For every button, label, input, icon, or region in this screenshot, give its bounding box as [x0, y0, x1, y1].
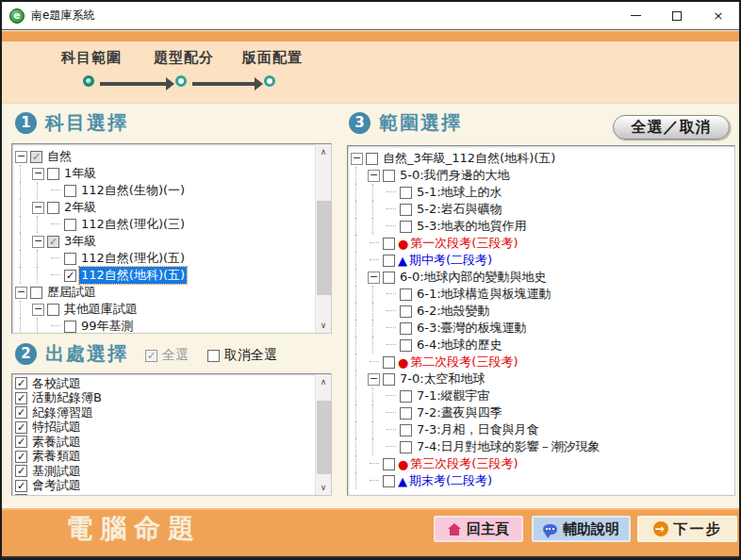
subject-tree-row[interactable]: −✓自然 [12, 148, 315, 165]
range-tree-row[interactable]: 7-4:日月對地球的影響－潮汐現象 [348, 438, 734, 455]
toggle-all-button[interactable]: 全選／取消 [613, 115, 730, 140]
tree-checkbox[interactable] [47, 202, 59, 214]
source-item-checkbox[interactable]: ✓ [15, 406, 27, 419]
source-list-item[interactable]: ✓紀錄簿習題 [12, 405, 315, 420]
tree-checkbox[interactable] [400, 322, 412, 335]
range-tree-row[interactable]: −7-0:太空和地球 [348, 371, 734, 387]
subject-tree-row[interactable]: ✓112自然(地科)(五) [12, 267, 315, 284]
help-button[interactable]: 輔助說明 [532, 516, 631, 542]
step-circle-2[interactable] [175, 75, 187, 87]
tree-item-label[interactable]: 自然_3年級_112自然(地科)(五) [381, 150, 557, 167]
tree-checkbox[interactable] [64, 185, 76, 197]
range-tree-row[interactable]: 6-2:地殼變動 [348, 303, 734, 320]
tree-item-label[interactable]: 第三次段考(三段考) [408, 455, 519, 472]
tree-item-label[interactable]: 5-2:岩石與礦物 [415, 201, 504, 218]
source-item-checkbox[interactable]: ✓ [15, 392, 27, 404]
next-step-button[interactable]: → 下一步 [637, 516, 737, 542]
tree-item-label[interactable]: 6-4:地球的歷史 [415, 337, 504, 354]
range-tree-row[interactable]: −5-0:我們身邊的大地 [348, 167, 734, 184]
source-item-checkbox[interactable]: ✓ [15, 421, 27, 434]
subject-tree-row[interactable]: 112自然(理化)(五) [12, 250, 315, 267]
range-tree-row[interactable]: ●第三次段考(三段考) [348, 455, 734, 472]
expand-collapse-icon[interactable]: − [32, 168, 44, 180]
tree-item-label[interactable]: 112自然(理化)(三) [79, 216, 187, 233]
tree-checkbox[interactable] [383, 170, 395, 182]
tree-checkbox[interactable] [47, 304, 59, 316]
subject-tree-row[interactable]: −其他題庫試題 [12, 301, 315, 318]
tree-item-label[interactable]: 第二次段考(三段考) [408, 354, 519, 371]
range-tree-row[interactable]: 5-3:地表的地質作用 [348, 218, 734, 235]
tree-checkbox[interactable]: ✓ [30, 151, 42, 163]
tree-checkbox[interactable] [400, 288, 412, 301]
range-tree-row[interactable]: 6-3:臺灣的板塊運動 [348, 320, 734, 337]
range-tree-row[interactable]: 7-1:縱觀宇宙 [348, 387, 734, 404]
expand-collapse-icon[interactable]: − [32, 304, 44, 316]
tree-item-label[interactable]: 期末考(二段考) [407, 472, 494, 489]
tree-item-label[interactable]: 6-1:地球構造與板塊運動 [415, 286, 553, 303]
range-tree-row[interactable]: ▲期中考(二段考) [348, 252, 734, 269]
tree-checkbox[interactable] [383, 255, 395, 267]
tree-item-label[interactable]: 112自然(地科)(五) [79, 267, 187, 284]
subject-tree-row[interactable]: 99年基測 [12, 318, 315, 334]
tree-item-label[interactable]: 其他題庫試題 [62, 301, 140, 318]
tree-checkbox[interactable] [400, 424, 412, 436]
subject-tree-row[interactable]: −✓3年級 [12, 233, 315, 250]
subject-tree-row[interactable]: −歷屆試題 [12, 284, 315, 301]
source-item-checkbox[interactable]: ✓ [15, 494, 27, 496]
expand-collapse-icon[interactable]: − [15, 151, 27, 163]
range-tree-row[interactable]: 7-2:晝夜與四季 [348, 404, 734, 421]
tree-checkbox[interactable] [400, 339, 412, 352]
source-list-item[interactable]: ✓會考試題 [12, 479, 315, 494]
tree-checkbox[interactable] [400, 407, 412, 420]
source-list-item[interactable]: ✓素養試題 [12, 435, 315, 450]
tree-checkbox[interactable] [400, 204, 412, 216]
tree-item-label[interactable]: 112自然(生物)(一) [79, 182, 187, 199]
tree-checkbox[interactable] [47, 168, 59, 180]
close-button[interactable]: × [698, 2, 739, 29]
source-list-item[interactable]: ✓活動紀錄簿B [12, 391, 315, 406]
source-list-item[interactable]: ✓特招試題 [12, 420, 315, 436]
step-circle-1[interactable] [83, 75, 94, 87]
source-item-checkbox[interactable]: ✓ [15, 465, 27, 477]
tree-checkbox[interactable] [400, 441, 412, 453]
subject-tree-row[interactable]: −1年級 [12, 165, 315, 182]
tree-checkbox[interactable]: ✓ [64, 270, 76, 282]
tree-checkbox[interactable] [366, 153, 378, 165]
tree-checkbox[interactable] [64, 321, 76, 333]
scroll-down-icon[interactable]: ∨ [316, 480, 331, 495]
subject-tree-row[interactable]: 112自然(理化)(三) [12, 216, 315, 233]
scrollbar-thumb[interactable] [317, 201, 331, 295]
tree-checkbox[interactable]: ✓ [47, 236, 59, 248]
step-circle-3[interactable] [264, 75, 275, 87]
range-tree-row[interactable]: 6-4:地球的歷史 [348, 337, 734, 354]
tree-checkbox[interactable] [400, 390, 412, 403]
scrollbar-thumb[interactable] [317, 401, 331, 474]
source-list-item[interactable]: ✓基測試題 [12, 464, 315, 479]
select-all-checkbox-group[interactable]: ✓ 全選 [145, 347, 189, 364]
range-tree-row[interactable]: ▲期末考(二段考) [348, 472, 734, 489]
tree-item-label[interactable]: 1年級 [62, 165, 98, 182]
source-item-label[interactable]: 會考試題 [30, 477, 83, 494]
range-tree-row[interactable]: 5-2:岩石與礦物 [348, 201, 734, 218]
scroll-down-icon[interactable]: ∨ [316, 318, 331, 333]
tree-item-label[interactable]: 7-4:日月對地球的影響－潮汐現象 [415, 438, 602, 455]
select-all-checkbox[interactable]: ✓ [145, 350, 157, 362]
tree-item-label[interactable]: 6-0:地球內部的變動與地史 [398, 269, 549, 286]
tree-checkbox[interactable] [383, 272, 395, 284]
tree-item-label[interactable]: 6-2:地殼變動 [415, 303, 492, 320]
subject-tree-scrollbar[interactable]: ∧ ∨ [315, 144, 331, 333]
tree-item-label[interactable]: 3年級 [62, 233, 98, 250]
tree-checkbox[interactable] [383, 238, 395, 250]
range-tree-row[interactable]: ●第二次段考(三段考) [348, 354, 734, 371]
tree-checkbox[interactable] [400, 305, 412, 318]
tree-item-label[interactable]: 5-1:地球上的水 [415, 184, 504, 201]
tree-item-label[interactable]: 第一次段考(三段考) [408, 235, 519, 252]
tree-checkbox[interactable] [383, 475, 395, 487]
expand-collapse-icon[interactable]: − [32, 236, 44, 248]
tree-checkbox[interactable] [64, 253, 76, 265]
tree-item-label[interactable]: 自然 [45, 148, 74, 165]
tree-item-label[interactable]: 112自然(理化)(五) [79, 250, 187, 267]
expand-collapse-icon[interactable]: − [351, 153, 363, 165]
deselect-all-checkbox-group[interactable]: 取消全選 [207, 347, 277, 364]
home-button[interactable]: 回主頁 [434, 516, 523, 542]
